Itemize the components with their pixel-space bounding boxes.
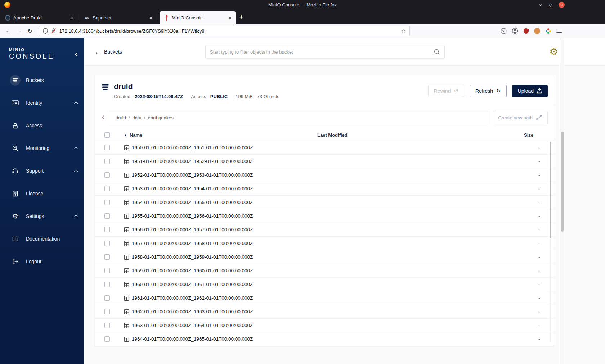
row-checkbox[interactable] (104, 186, 110, 191)
row-checkbox[interactable] (104, 145, 110, 150)
shield-icon[interactable] (43, 28, 48, 34)
breadcrumb-back-chevron-icon[interactable]: ‹ (101, 113, 106, 123)
upload-button[interactable]: Upload (512, 85, 548, 97)
sidebar-item-license[interactable]: License (0, 186, 84, 201)
object-name[interactable]: 1963-01-01T00:00:00.000Z_1964-01-01T00:0… (132, 323, 253, 328)
menu-hamburger-icon[interactable] (556, 29, 562, 33)
sidebar-item-logout[interactable]: Logout (0, 254, 84, 269)
avatar-extension-icon[interactable] (534, 28, 540, 34)
sidebar-item-access[interactable]: Access (0, 118, 84, 133)
object-name[interactable]: 1953-01-01T00:00:00.000Z_1954-01-01T00:0… (132, 186, 253, 191)
tab-close-icon[interactable]: × (69, 15, 74, 21)
access-value[interactable]: PUBLIC (210, 94, 228, 99)
table-row[interactable]: 1958-01-01T00:00:00.000Z_1959-01-01T00:0… (95, 250, 554, 264)
table-row[interactable]: 1956-01-01T00:00:00.000Z_1957-01-01T00:0… (95, 223, 554, 237)
back-button[interactable]: ← (3, 26, 14, 36)
table-row[interactable]: 1955-01-01T00:00:00.000Z_1956-01-01T00:0… (95, 209, 554, 223)
table-row[interactable]: 1960-01-01T00:00:00.000Z_1961-01-01T00:0… (95, 278, 554, 291)
table-row[interactable]: 1959-01-01T00:00:00.000Z_1960-01-01T00:0… (95, 264, 554, 278)
object-name[interactable]: 1962-01-01T00:00:00.000Z_1963-01-01T00:0… (132, 309, 253, 314)
object-name[interactable]: 1959-01-01T00:00:00.000Z_1960-01-01T00:0… (132, 268, 253, 273)
sidebar-item-identity[interactable]: Identity (0, 95, 84, 111)
breadcrumb-segment[interactable]: druid (116, 115, 126, 120)
tab-superset[interactable]: ∞ Superset × (81, 11, 156, 24)
row-checkbox[interactable] (104, 295, 110, 301)
object-name[interactable]: 1955-01-01T00:00:00.000Z_1956-01-01T00:0… (132, 213, 253, 219)
object-name[interactable]: 1954-01-01T00:00:00.000Z_1955-01-01T00:0… (132, 200, 253, 205)
pocket-icon[interactable] (501, 28, 507, 34)
sidebar-collapse-icon[interactable] (75, 52, 78, 57)
tab-apache-druid[interactable]: Apache Druid × (1, 11, 77, 24)
row-checkbox[interactable] (104, 282, 110, 287)
object-name[interactable]: 1952-01-01T00:00:00.000Z_1953-01-01T00:0… (132, 172, 253, 178)
row-checkbox[interactable] (104, 159, 110, 164)
object-name[interactable]: 1956-01-01T00:00:00.000Z_1957-01-01T00:0… (132, 227, 253, 232)
create-new-path-button[interactable]: Create new path (493, 111, 548, 124)
sidebar-item-settings[interactable]: ⚙ Settings (0, 208, 84, 224)
tab-close-icon[interactable]: × (148, 15, 153, 21)
row-checkbox[interactable] (104, 200, 110, 205)
window-close-icon[interactable]: × (559, 2, 565, 8)
window-minimize-icon[interactable] (538, 4, 543, 6)
reload-button[interactable]: ↻ (24, 26, 35, 36)
object-filter-search[interactable] (205, 45, 445, 59)
column-header-size[interactable]: Size (513, 132, 554, 138)
chevron-up-icon[interactable] (74, 169, 78, 173)
window-maximize-icon[interactable]: ◇ (549, 3, 552, 7)
table-row[interactable]: 1962-01-01T00:00:00.000Z_1963-01-01T00:0… (95, 305, 554, 319)
table-row[interactable]: 1953-01-01T00:00:00.000Z_1954-01-01T00:0… (95, 182, 554, 196)
account-icon[interactable] (512, 28, 518, 34)
table-row[interactable]: 1952-01-01T00:00:00.000Z_1953-01-01T00:0… (95, 168, 554, 182)
select-all-checkbox[interactable] (104, 132, 110, 138)
object-name[interactable]: 1961-01-01T00:00:00.000Z_1962-01-01T00:0… (132, 295, 253, 301)
table-scrollbar-thumb[interactable] (550, 142, 551, 238)
sidebar-item-monitoring[interactable]: Monitoring (0, 140, 84, 156)
row-checkbox[interactable] (104, 309, 110, 314)
chevron-up-icon[interactable] (74, 147, 78, 151)
insecure-lock-icon[interactable] (51, 28, 56, 34)
sidebar-item-documentation[interactable]: Documentation (0, 231, 84, 247)
table-scrollbar[interactable] (550, 142, 551, 343)
row-checkbox[interactable] (104, 323, 110, 328)
search-input[interactable] (210, 49, 434, 55)
object-name[interactable]: 1957-01-01T00:00:00.000Z_1958-01-01T00:0… (132, 241, 253, 246)
object-name[interactable]: 1951-01-01T00:00:00.000Z_1952-01-01T00:0… (132, 159, 253, 164)
bookmark-star-icon[interactable]: ☆ (401, 28, 406, 34)
colorful-extension-icon[interactable] (545, 28, 551, 34)
table-row[interactable]: 1950-01-01T00:00:00.000Z_1951-01-01T00:0… (95, 141, 554, 155)
row-checkbox[interactable] (104, 268, 110, 273)
chevron-up-icon[interactable] (74, 215, 78, 219)
row-checkbox[interactable] (104, 254, 110, 260)
back-to-buckets-link[interactable]: ← Buckets (94, 49, 122, 55)
object-name[interactable]: 1964-01-01T00:00:00.000Z_1965-01-01T00:0… (132, 336, 253, 342)
column-header-name[interactable]: Name (130, 132, 142, 138)
table-row[interactable]: 1961-01-01T00:00:00.000Z_1962-01-01T00:0… (95, 291, 554, 305)
console-settings-gear-icon[interactable]: ⚙ (550, 47, 558, 57)
page-scrollbar[interactable] (560, 38, 564, 364)
tab-minio-console[interactable]: MinIO Console × (160, 11, 236, 24)
column-header-last-modified[interactable]: Last Modified (317, 132, 513, 138)
object-name[interactable]: 1950-01-01T00:00:00.000Z_1951-01-01T00:0… (132, 145, 253, 150)
refresh-button[interactable]: Refresh ↻ (470, 85, 507, 97)
table-row[interactable]: 1964-01-01T00:00:00.000Z_1965-01-01T00:0… (95, 332, 554, 346)
tab-close-icon[interactable]: × (228, 15, 232, 21)
url-text[interactable]: 172.18.0.4:31664/buckets/druid/browse/ZG… (59, 28, 398, 34)
table-row[interactable]: 1963-01-01T00:00:00.000Z_1964-01-01T00:0… (95, 319, 554, 332)
object-name[interactable]: 1960-01-01T00:00:00.000Z_1961-01-01T00:0… (132, 282, 253, 287)
row-checkbox[interactable] (104, 172, 110, 178)
sidebar-item-buckets[interactable]: Buckets (0, 72, 84, 88)
chevron-up-icon[interactable] (74, 101, 78, 105)
row-checkbox[interactable] (104, 336, 110, 342)
table-row[interactable]: 1957-01-01T00:00:00.000Z_1958-01-01T00:0… (95, 237, 554, 250)
sort-ascending-icon[interactable]: ▲ (124, 133, 127, 137)
url-bar[interactable]: 172.18.0.4:31664/buckets/druid/browse/ZG… (39, 26, 410, 36)
ublock-icon[interactable] (523, 28, 529, 34)
object-name[interactable]: 1958-01-01T00:00:00.000Z_1959-01-01T00:0… (132, 254, 253, 260)
breadcrumb-segment[interactable]: earthquakes (148, 115, 174, 120)
forward-button[interactable]: → (14, 26, 24, 36)
new-tab-button[interactable]: + (239, 14, 243, 21)
sidebar-item-support[interactable]: Support (0, 163, 84, 179)
page-scrollbar-thumb[interactable] (561, 132, 564, 232)
table-row[interactable]: 1954-01-01T00:00:00.000Z_1955-01-01T00:0… (95, 196, 554, 209)
row-checkbox[interactable] (104, 241, 110, 246)
